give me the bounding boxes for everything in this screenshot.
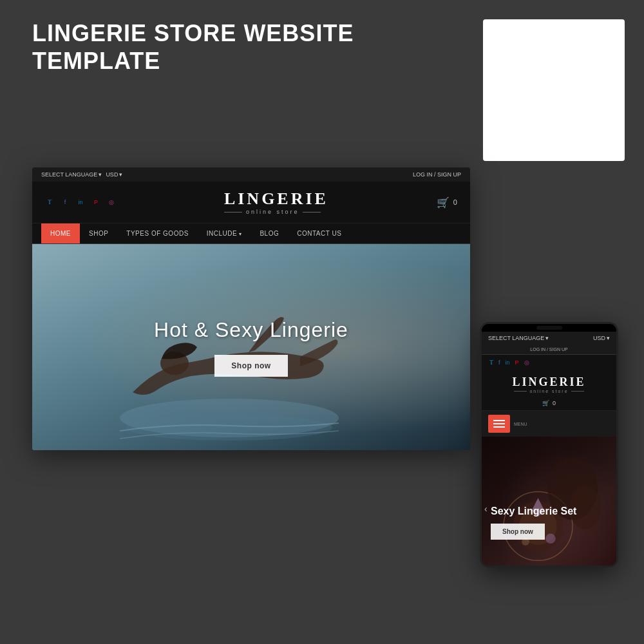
phone-login-link[interactable]: LOG IN / SIGN UP (482, 345, 616, 355)
cart-count: 0 (453, 198, 457, 206)
nav-home[interactable]: HOME (41, 223, 80, 243)
phone-hero-banner: Sexy Lingerie Set Shop now ‹ (482, 437, 616, 565)
phone-cart-icon: 🛒 (542, 400, 549, 406)
phone-social-icons: 𝕋 f in P ◎ (482, 355, 616, 370)
site-navigation: HOME SHOP TYPES OF GOODS INCLUDE BLOG CO… (32, 223, 470, 244)
phone-instagram-icon[interactable]: ◎ (524, 359, 529, 366)
phone-hero-content: Sexy Lingerie Set Shop now (491, 505, 576, 540)
login-link[interactable]: LOG IN / SIGN UP (413, 171, 461, 178)
logo-sub-text: online store (224, 209, 328, 215)
chevron-down-icon: ▾ (607, 335, 610, 341)
cart-area[interactable]: 🛒 0 (437, 196, 457, 209)
nav-blog[interactable]: BLOG (251, 223, 288, 243)
phone-logo-sub: online store (482, 389, 616, 393)
hero-banner: Hot & Sexy Lingerie Shop now (32, 244, 470, 450)
social-icons: 𝕋 f in P ◎ (45, 198, 116, 207)
site-header: 𝕋 f in P ◎ LINGERIE online store 🛒 0 (32, 182, 470, 223)
hero-heading: Hot & Sexy Lingerie (154, 318, 348, 342)
pinterest-icon[interactable]: P (91, 198, 100, 207)
chevron-down-icon: ▾ (545, 335, 549, 341)
nav-include[interactable]: INCLUDE (198, 223, 251, 243)
phone-menu-button[interactable]: MENU (482, 411, 616, 437)
phone-pinterest-icon[interactable]: P (515, 359, 519, 366)
phone-cart-count: 0 (553, 400, 556, 406)
chevron-down-icon: ▾ (119, 171, 122, 178)
chevron-down-icon: ▾ (99, 171, 102, 178)
phone-twitter-icon[interactable]: 𝕋 (489, 359, 493, 366)
phone-hero-heading: Sexy Lingerie Set (491, 505, 576, 517)
linkedin-icon[interactable]: in (76, 198, 85, 207)
white-card (483, 19, 625, 161)
currency-selector[interactable]: USD ▾ (106, 171, 122, 178)
nav-shop[interactable]: SHOP (80, 223, 117, 243)
nav-types-of-goods[interactable]: TYPES OF GOODS (117, 223, 197, 243)
phone-logo-area: LINGERIE online store (482, 370, 616, 396)
phone-language-selector[interactable]: SELECT LANGUAGE ▾ (488, 335, 549, 341)
phone-currency-selector[interactable]: USD ▾ (593, 335, 610, 341)
phone-mockup: SELECT LANGUAGE ▾ USD ▾ LOG IN / SIGN UP… (480, 322, 618, 567)
site-logo: LINGERIE online store (224, 189, 328, 215)
utility-bar: SELECT LANGUAGE ▾ USD ▾ LOG IN / SIGN UP (32, 167, 470, 182)
phone-logo-main: LINGERIE (482, 375, 616, 389)
phone-facebook-icon[interactable]: f (498, 359, 500, 366)
phone-notch-dot (536, 326, 562, 330)
logo-main-text: LINGERIE (224, 189, 328, 209)
phone-utility-bar: SELECT LANGUAGE ▾ USD ▾ (482, 332, 616, 345)
phone-shop-now-button[interactable]: Shop now (491, 524, 545, 540)
phone-prev-arrow[interactable]: ‹ (484, 504, 488, 514)
shop-now-button[interactable]: Shop now (214, 355, 287, 377)
language-selector[interactable]: SELECT LANGUAGE ▾ (41, 171, 102, 178)
twitter-icon[interactable]: 𝕋 (45, 198, 54, 207)
hero-content: Hot & Sexy Lingerie Shop now (154, 318, 348, 377)
instagram-icon[interactable]: ◎ (107, 198, 116, 207)
phone-notch (482, 324, 616, 332)
page-title-area: LINGERIE STORE WEBSITE TEMPLATE (32, 19, 431, 75)
nav-contact-us[interactable]: CONTACT US (288, 223, 350, 243)
jewelry-decoration (482, 437, 616, 565)
phone-linkedin-icon[interactable]: in (506, 359, 510, 366)
desktop-mockup: SELECT LANGUAGE ▾ USD ▾ LOG IN / SIGN UP… (32, 167, 470, 450)
cart-icon: 🛒 (437, 196, 450, 209)
utility-left: SELECT LANGUAGE ▾ USD ▾ (41, 171, 122, 178)
menu-label: MENU (514, 422, 527, 426)
facebook-icon[interactable]: f (61, 198, 70, 207)
phone-cart-area[interactable]: 🛒 0 (482, 396, 616, 411)
hamburger-icon (488, 415, 510, 433)
svg-point-1 (126, 415, 332, 440)
page-title: LINGERIE STORE WEBSITE TEMPLATE (32, 19, 431, 75)
